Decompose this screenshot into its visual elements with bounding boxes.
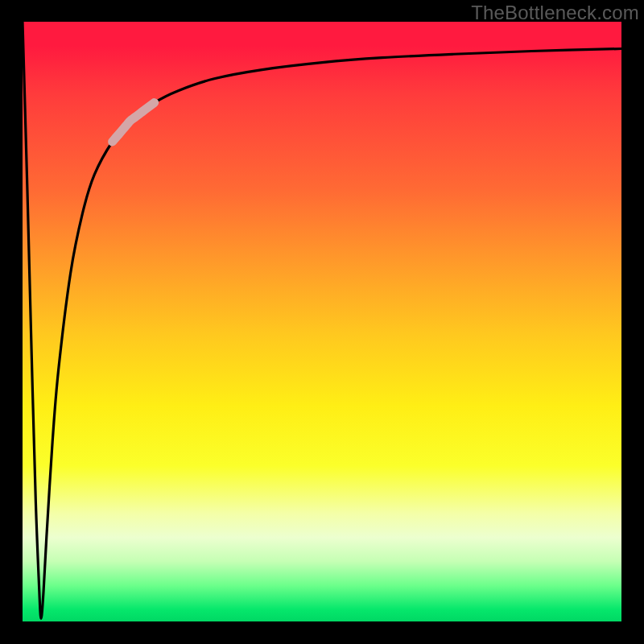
watermark-text: TheBottleneck.com <box>471 2 639 24</box>
bottleneck-curve <box>23 22 621 618</box>
chart-svg <box>23 22 621 621</box>
chart-frame: TheBottleneck.com <box>0 0 644 644</box>
bottleneck-curve-highlight <box>113 103 155 142</box>
